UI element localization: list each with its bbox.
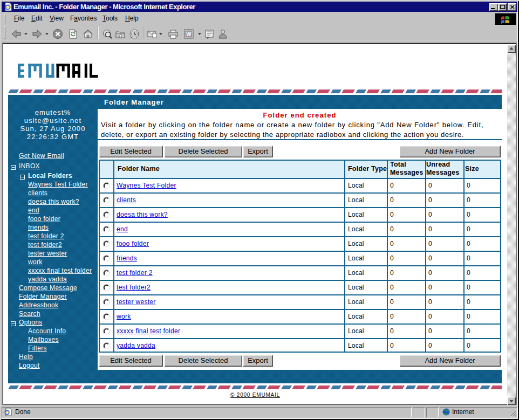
svg-text:W: W [186,31,192,37]
